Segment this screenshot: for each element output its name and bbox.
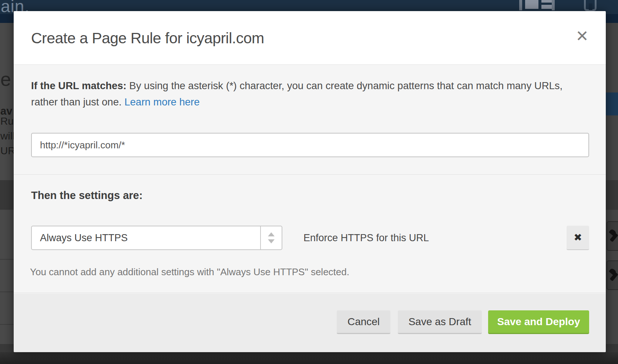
settings-heading: Then the settings are: — [31, 189, 142, 202]
url-match-description: If the URL matches: By using the asteris… — [31, 78, 578, 110]
chevron-down-icon — [268, 239, 275, 243]
wrench-icon — [608, 269, 618, 282]
remove-setting-button[interactable]: ✖ — [567, 226, 589, 250]
background-table-header-band — [606, 180, 618, 210]
background-right-edge — [606, 23, 618, 364]
chevron-up-icon — [268, 232, 275, 236]
background-text-fragment: will — [0, 130, 14, 142]
section-divider — [14, 174, 606, 175]
background-edit-button-fragment — [607, 260, 618, 290]
save-as-draft-button[interactable]: Save as Draft — [398, 310, 482, 334]
settings-note: You cannot add any additional settings w… — [30, 266, 349, 278]
background-edit-button-fragment — [607, 221, 618, 251]
modal-title: Create a Page Rule for icyapril.com — [31, 30, 264, 47]
url-match-label: If the URL matches: — [31, 80, 127, 91]
remove-icon: ✖ — [574, 232, 582, 243]
background-bottom-strip — [0, 352, 618, 364]
background-left-edge: e av Ru will UR — [0, 23, 14, 364]
modal-header: Create a Page Rule for icyapril.com ✕ — [14, 11, 606, 65]
background-row-divider — [0, 324, 14, 325]
select-stepper[interactable] — [260, 226, 282, 249]
setting-select[interactable]: Always Use HTTPS — [31, 226, 282, 250]
background-text-fragment: Ru — [0, 115, 14, 127]
background-blue-button-fragment — [606, 92, 618, 115]
background-row-divider — [0, 291, 14, 292]
modal-footer: Cancel Save as Draft Save and Deploy — [14, 293, 606, 352]
cancel-button[interactable]: Cancel — [337, 310, 390, 334]
create-page-rule-modal: Create a Page Rule for icyapril.com ✕ If… — [14, 11, 606, 352]
columns-layout-icon — [519, 0, 555, 11]
screen: ain. e av Ru will UR Crea — [0, 0, 618, 364]
background-table-header-band — [0, 180, 14, 210]
url-pattern-input[interactable] — [31, 133, 589, 157]
setting-description: Enforce HTTPS for this URL — [303, 226, 429, 250]
background-row-divider — [0, 259, 14, 260]
setting-select-value: Always Use HTTPS — [40, 226, 128, 249]
wrench-icon — [608, 230, 618, 243]
close-icon[interactable]: ✕ — [570, 24, 594, 48]
background-heading-fragment: e — [0, 68, 11, 90]
learn-more-link[interactable]: Learn more here — [124, 96, 199, 108]
profile-icon — [584, 0, 597, 11]
background-text-fragment: UR — [0, 145, 14, 157]
save-and-deploy-button[interactable]: Save and Deploy — [488, 310, 589, 334]
